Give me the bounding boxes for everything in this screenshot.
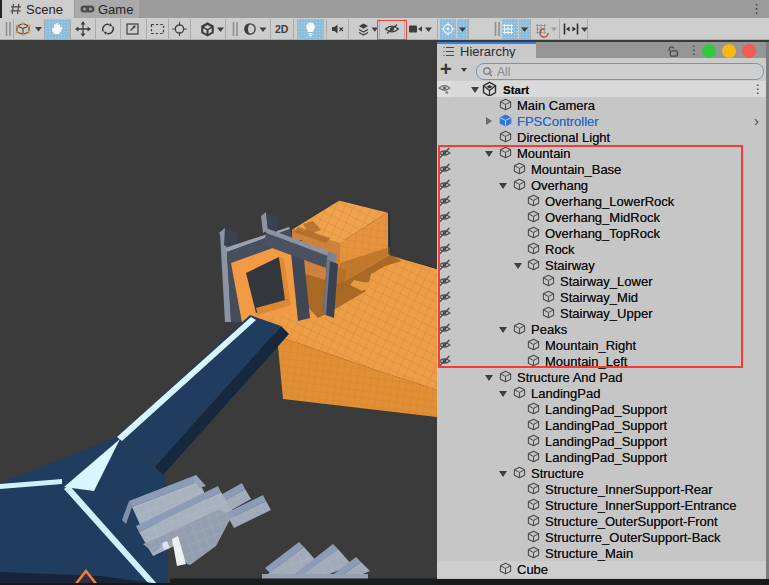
svg-text:2D: 2D	[275, 23, 289, 35]
